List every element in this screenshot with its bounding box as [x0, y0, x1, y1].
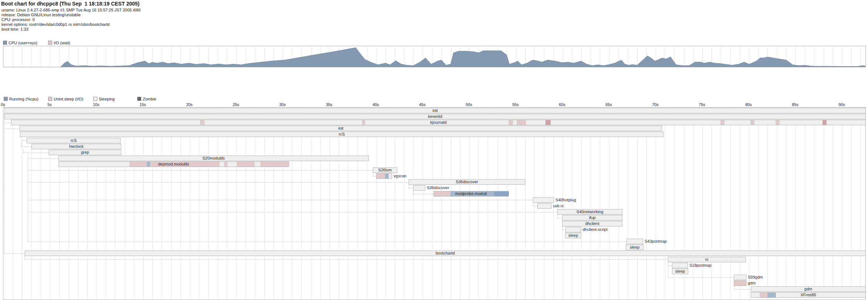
process-bar: init	[20, 126, 662, 131]
process-connector	[28, 158, 58, 159]
legend-item-zombie: Zombie	[137, 97, 156, 101]
process-label: ifup	[563, 215, 622, 220]
zombie-color-swatch	[137, 97, 141, 101]
process-connector	[533, 206, 537, 206]
process-bar: rcS	[20, 132, 663, 137]
process-bar: S36discover	[413, 185, 425, 191]
gridline	[13, 108, 13, 300]
legend-label: Unint.sleep (I/O)	[54, 97, 83, 101]
process-bar: kjournald	[11, 120, 866, 125]
process-label: dhclient	[563, 221, 622, 226]
process-bar: grep	[49, 150, 121, 155]
process-connector	[21, 143, 21, 147]
process-label: sleep	[565, 233, 581, 238]
axis-tick-label: 90s	[838, 102, 845, 107]
legend-item-unint-sleep: Unint.sleep (I/O)	[48, 97, 83, 101]
legend-item-running: Running (%cpu)	[4, 97, 38, 101]
process-connector	[4, 123, 11, 123]
process-bar: rc	[668, 257, 746, 262]
gridline	[693, 108, 693, 300]
process-bar: S43portmap	[626, 239, 643, 244]
gridline	[712, 108, 712, 300]
process-connector	[668, 277, 734, 278]
process-label: grep	[49, 150, 121, 155]
process-connector	[557, 215, 558, 218]
gridline	[740, 108, 740, 300]
axis-tick-label: 10s	[93, 102, 99, 107]
legend-label: Zombie	[143, 97, 156, 101]
process-label: S36discover	[425, 185, 449, 190]
process-bar: keventd	[4, 114, 866, 119]
axis-tick-label: 80s	[745, 102, 752, 107]
gridline	[796, 108, 796, 300]
process-bar: sleep	[626, 245, 644, 250]
axis-tick-label: 50s	[466, 102, 472, 107]
process-label: S36discover	[409, 180, 525, 184]
process-connector	[28, 182, 409, 183]
process-connector	[562, 230, 565, 230]
process-label: bootchartd	[25, 251, 865, 256]
process-connector	[21, 140, 27, 141]
running-color-swatch	[4, 97, 8, 101]
axis-tick-label: 35s	[326, 102, 332, 107]
process-connector	[25, 256, 25, 259]
axis-tick-label: 55s	[512, 102, 519, 107]
process-connector	[533, 203, 533, 206]
process-connector	[28, 170, 373, 171]
process-connector	[28, 153, 28, 242]
gridline	[805, 108, 805, 300]
process-connector	[668, 266, 672, 266]
process-bar: hwclock	[31, 144, 121, 149]
process-label: S99gdm	[746, 275, 763, 280]
process-bar: S26lvm	[373, 167, 397, 173]
process-connector	[22, 147, 31, 147]
gridline	[861, 108, 861, 300]
page-title: Boot chart for dhcppc8 (Thu Sep 1 18:18:…	[1, 1, 139, 7]
process-connector	[409, 188, 413, 188]
unint-sleep-color-swatch	[48, 97, 52, 101]
legend-label: Sleeping	[99, 97, 115, 101]
process-label: sleep	[626, 245, 643, 250]
process-label: keventd	[5, 114, 865, 119]
process-connector	[4, 129, 20, 129]
io-color-swatch	[48, 41, 52, 45]
process-bar: dhclient-script	[565, 227, 581, 232]
process-label: gdm	[751, 287, 865, 292]
process-label: dhclient-script	[581, 227, 608, 232]
process-label: S18portmap	[688, 263, 712, 268]
process-connector	[4, 253, 25, 254]
sleeping-color-swatch	[93, 97, 97, 101]
process-connector	[25, 259, 668, 260]
process-bar: XFree86	[751, 292, 866, 298]
process-label: kjournald	[11, 120, 865, 125]
boot-time-line: boot time: 1:33	[1, 27, 28, 31]
axis-tick-label: 40s	[372, 102, 379, 107]
gridline	[786, 108, 787, 300]
gridline	[851, 108, 852, 300]
process-label: XFree86	[751, 293, 865, 297]
gridline	[730, 108, 731, 300]
process-bar: modprobe.moduti	[433, 191, 509, 197]
legend-item-sleeping: Sleeping	[93, 97, 115, 101]
cpu-line: CPU: processor: 0	[1, 17, 35, 22]
gridline	[767, 108, 768, 300]
legend-label: Running (%cpu)	[9, 97, 38, 101]
process-label: hwclock	[32, 144, 121, 149]
process-connector	[668, 263, 668, 277]
process-state-segment	[385, 174, 389, 178]
axis-tick-label: 0s	[1, 102, 5, 107]
process-connector	[28, 242, 626, 242]
process-bar: S40hotplug	[533, 197, 554, 203]
process-connector	[23, 150, 24, 153]
gridline	[842, 108, 842, 300]
process-bar: S20modutils	[58, 156, 369, 161]
gridline	[721, 108, 721, 300]
process-label: depmod.modutils	[59, 162, 288, 167]
legend-label: I/O (wait)	[54, 41, 70, 45]
process-state-segment	[376, 174, 385, 178]
gridline	[833, 108, 833, 300]
axis-tick-label: 75s	[699, 102, 705, 107]
process-bar: init	[4, 108, 866, 113]
gridline	[702, 108, 703, 300]
process-connector	[413, 194, 433, 194]
